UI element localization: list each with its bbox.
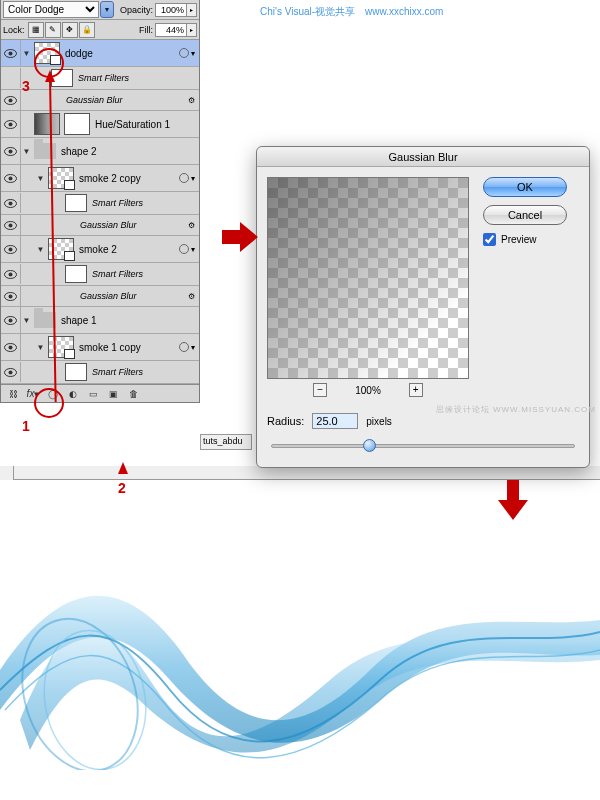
blend-mode-select[interactable]: Color Dodge xyxy=(3,1,99,18)
ok-button[interactable]: OK xyxy=(483,177,567,197)
adjustment-thumbnail[interactable] xyxy=(34,113,60,135)
filter-options-icon[interactable]: ⚙ xyxy=(188,221,195,230)
layer-mask-thumbnail[interactable] xyxy=(64,113,90,135)
new-group-icon[interactable]: ▭ xyxy=(83,387,103,401)
disclosure-icon[interactable]: ▼ xyxy=(21,49,32,58)
filter-name[interactable]: Gaussian Blur xyxy=(77,220,188,230)
visibility-toggle[interactable] xyxy=(1,286,21,306)
group-shape-1[interactable]: ▼ shape 1 xyxy=(1,307,199,334)
radius-slider[interactable] xyxy=(271,435,575,457)
svg-point-9 xyxy=(9,149,13,153)
adjustment-layer-icon[interactable]: ◐ xyxy=(63,387,83,401)
new-layer-icon[interactable]: ▣ xyxy=(103,387,123,401)
smart-filters-label: Smart Filters xyxy=(75,73,199,83)
filter-options-icon[interactable]: ⚙ xyxy=(188,292,195,301)
smart-filters-row[interactable]: Smart Filters xyxy=(1,192,199,215)
arrow-down-icon xyxy=(498,480,528,520)
link-layers-icon[interactable]: ⛓ xyxy=(3,387,23,401)
disclosure-icon[interactable]: ▼ xyxy=(21,316,32,325)
visibility-toggle[interactable] xyxy=(1,334,21,360)
layer-thumbnail[interactable] xyxy=(48,336,74,358)
visibility-toggle[interactable] xyxy=(1,40,21,66)
lock-label: Lock: xyxy=(3,25,25,35)
collapse-icon[interactable]: ▾ xyxy=(191,343,195,352)
svg-point-5 xyxy=(9,98,13,102)
layer-smoke-2[interactable]: ▼ smoke 2 ▾ xyxy=(1,236,199,263)
lock-transparent-icon[interactable]: ▦ xyxy=(28,22,44,38)
visibility-toggle[interactable] xyxy=(1,362,21,382)
layer-name[interactable]: shape 2 xyxy=(58,146,199,157)
smart-object-icon xyxy=(179,48,189,58)
disclosure-icon[interactable]: ▼ xyxy=(35,245,46,254)
filter-gaussian-blur[interactable]: Gaussian Blur ⚙ xyxy=(1,215,199,236)
visibility-toggle[interactable] xyxy=(1,111,21,137)
layer-name[interactable]: smoke 1 copy xyxy=(76,342,179,353)
lock-pixels-icon[interactable]: ✎ xyxy=(45,22,61,38)
disclosure-icon[interactable]: ▼ xyxy=(35,174,46,183)
layer-name[interactable]: smoke 2 copy xyxy=(76,173,179,184)
filter-gaussian-blur[interactable]: Gaussian Blur ⚙ xyxy=(1,90,199,111)
preview-checkbox-row[interactable]: Preview xyxy=(483,233,579,246)
visibility-toggle[interactable] xyxy=(1,236,21,262)
group-shape-2[interactable]: ▼ shape 2 xyxy=(1,138,199,165)
lock-position-icon[interactable]: ✥ xyxy=(62,22,78,38)
smart-filters-row[interactable]: Smart Filters xyxy=(1,67,199,90)
visibility-toggle[interactable] xyxy=(1,193,21,213)
collapse-icon[interactable]: ▾ xyxy=(191,174,195,183)
visibility-toggle[interactable] xyxy=(1,138,21,164)
delete-layer-icon[interactable]: 🗑 xyxy=(123,387,143,401)
collapse-icon[interactable]: ▾ xyxy=(191,49,195,58)
layer-name[interactable]: dodge xyxy=(62,48,179,59)
visibility-toggle[interactable] xyxy=(1,68,21,88)
lock-all-icon[interactable]: 🔒 xyxy=(79,22,95,38)
filter-name[interactable]: Gaussian Blur xyxy=(63,95,188,105)
filter-preview[interactable] xyxy=(267,177,469,379)
layer-hue-saturation[interactable]: Hue/Saturation 1 xyxy=(1,111,199,138)
opacity-input[interactable] xyxy=(155,3,187,17)
filter-gaussian-blur[interactable]: Gaussian Blur ⚙ xyxy=(1,286,199,307)
filter-name[interactable]: Gaussian Blur xyxy=(77,291,188,301)
zoom-in-button[interactable]: + xyxy=(409,383,423,397)
filter-mask-thumbnail[interactable] xyxy=(65,265,87,283)
visibility-toggle[interactable] xyxy=(1,307,21,333)
slider-knob[interactable] xyxy=(363,439,376,452)
svg-point-27 xyxy=(9,370,13,374)
ruler-horizontal xyxy=(0,466,600,480)
fill-stepper[interactable]: ▸ xyxy=(187,23,197,37)
filter-options-icon[interactable]: ⚙ xyxy=(188,96,195,105)
filter-mask-thumbnail[interactable] xyxy=(65,194,87,212)
visibility-toggle[interactable] xyxy=(1,264,21,284)
document-tab[interactable]: tuts_abdu xyxy=(200,434,252,450)
layer-name[interactable]: Hue/Saturation 1 xyxy=(92,119,199,130)
svg-marker-29 xyxy=(118,462,128,474)
layer-smoke-1-copy[interactable]: ▼ smoke 1 copy ▾ xyxy=(1,334,199,361)
smart-object-icon xyxy=(179,173,189,183)
blend-mode-stepper[interactable]: ▼ xyxy=(100,1,114,18)
layer-name[interactable]: smoke 2 xyxy=(76,244,179,255)
filter-mask-thumbnail[interactable] xyxy=(65,363,87,381)
opacity-label: Opacity: xyxy=(120,5,153,15)
zoom-out-button[interactable]: − xyxy=(313,383,327,397)
layer-dodge[interactable]: ▼ dodge ▾ xyxy=(1,40,199,67)
fill-input[interactable] xyxy=(155,23,187,37)
visibility-toggle[interactable] xyxy=(1,90,21,110)
opacity-stepper[interactable]: ▸ xyxy=(187,3,197,17)
annotation-circle-1 xyxy=(34,388,64,418)
layer-name[interactable]: shape 1 xyxy=(58,315,199,326)
visibility-toggle[interactable] xyxy=(1,165,21,191)
cancel-button[interactable]: Cancel xyxy=(483,205,567,225)
brand-text: Chi's Visual-视觉共享 xyxy=(260,6,355,17)
collapse-icon[interactable]: ▾ xyxy=(191,245,195,254)
preview-label: Preview xyxy=(501,234,537,245)
preview-checkbox[interactable] xyxy=(483,233,496,246)
layer-smoke-2-copy[interactable]: ▼ smoke 2 copy ▾ xyxy=(1,165,199,192)
disclosure-icon[interactable]: ▼ xyxy=(21,147,32,156)
radius-input[interactable] xyxy=(312,413,358,429)
layers-list[interactable]: ▼ dodge ▾ Smart Filters Gaussian Blur ⚙ … xyxy=(1,40,199,384)
disclosure-icon[interactable]: ▼ xyxy=(35,343,46,352)
brand-url[interactable]: www.xxchixx.com xyxy=(365,6,443,17)
smart-filters-row[interactable]: Smart Filters xyxy=(1,263,199,286)
smart-filters-row[interactable]: Smart Filters xyxy=(1,361,199,384)
visibility-toggle[interactable] xyxy=(1,215,21,235)
svg-point-25 xyxy=(9,345,13,349)
